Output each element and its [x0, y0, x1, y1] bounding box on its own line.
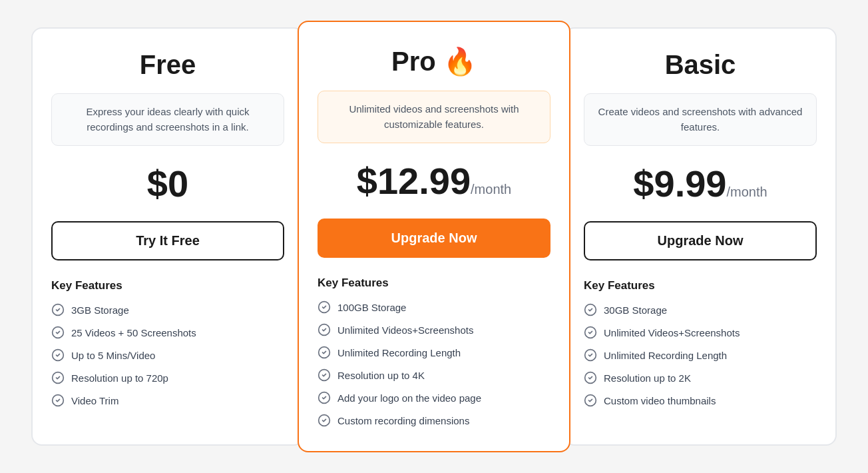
plan-title-pro: Pro 🔥	[318, 46, 550, 77]
feature-text: Video Trim	[71, 395, 118, 406]
check-circle-icon	[584, 348, 597, 362]
feature-item: Custom video thumbnails	[584, 394, 817, 407]
feature-text: Unlimited Recording Length	[337, 347, 461, 358]
check-circle-icon	[584, 326, 597, 339]
feature-item: Resolution up to 720p	[51, 371, 284, 384]
plan-description-basic: Create videos and screenshots with advan…	[584, 93, 817, 146]
check-circle-icon	[318, 300, 331, 314]
plan-title-free: Free	[51, 50, 284, 80]
plan-price-free: $0	[51, 162, 284, 205]
price-amount-basic: $9.99	[633, 163, 726, 205]
check-circle-icon	[318, 323, 331, 336]
feature-item: Unlimited Videos+Screenshots	[584, 326, 817, 339]
check-circle-icon	[51, 303, 65, 316]
plan-price-basic: $9.99/month	[584, 162, 817, 205]
feature-item: Up to 5 Mins/Video	[51, 348, 284, 362]
feature-text: Custom video thumbnails	[604, 395, 716, 406]
cta-button-pro[interactable]: Upgrade Now	[318, 219, 550, 258]
feature-text: 3GB Storage	[71, 304, 129, 316]
feature-text: Add your logo on the video page	[337, 392, 481, 404]
feature-item: Custom recording dimensions	[318, 414, 550, 427]
check-circle-icon	[318, 346, 331, 359]
feature-item: Resolution up to 4K	[318, 368, 550, 382]
check-circle-icon	[318, 368, 331, 382]
key-features-title-basic: Key Features	[584, 279, 817, 292]
plan-title-basic: Basic	[584, 50, 817, 80]
plan-description-pro: Unlimited videos and screenshots with cu…	[318, 91, 550, 143]
feature-item: Add your logo on the video page	[318, 391, 550, 404]
plan-description-free: Express your ideas clearly with quick re…	[51, 93, 284, 146]
feature-text: 100GB Storage	[337, 302, 406, 313]
feature-text: 25 Videos + 50 Screenshots	[71, 327, 196, 338]
check-circle-icon	[51, 371, 65, 384]
feature-item: 25 Videos + 50 Screenshots	[51, 326, 284, 339]
price-period-pro: /month	[471, 182, 511, 197]
feature-text: Resolution up to 2K	[604, 372, 691, 384]
feature-item: Resolution up to 2K	[584, 371, 817, 384]
price-amount-free: $0	[147, 163, 188, 205]
cta-button-free[interactable]: Try It Free	[51, 221, 284, 260]
price-amount-pro: $12.99	[357, 160, 471, 202]
pricing-container: FreeExpress your ideas clearly with quic…	[15, 27, 853, 446]
feature-text: Unlimited Videos+Screenshots	[337, 324, 473, 336]
feature-text: Custom recording dimensions	[337, 415, 469, 426]
feature-text: Unlimited Videos+Screenshots	[604, 327, 740, 338]
cta-button-basic[interactable]: Upgrade Now	[584, 221, 817, 260]
check-circle-icon	[584, 371, 597, 384]
price-period-basic: /month	[726, 185, 767, 199]
feature-item: Unlimited Videos+Screenshots	[318, 323, 550, 336]
feature-list-pro: 100GB StorageUnlimited Videos+Screenshot…	[318, 300, 550, 427]
feature-text: Up to 5 Mins/Video	[71, 350, 155, 361]
plan-card-pro: Pro 🔥Unlimited videos and screenshots wi…	[298, 21, 570, 452]
feature-item: 100GB Storage	[318, 300, 550, 314]
feature-item: Unlimited Recording Length	[584, 348, 817, 362]
feature-item: Video Trim	[51, 394, 284, 407]
feature-item: 3GB Storage	[51, 303, 284, 316]
feature-list-basic: 30GB StorageUnlimited Videos+Screenshots…	[584, 303, 817, 407]
plan-card-free: FreeExpress your ideas clearly with quic…	[31, 27, 304, 446]
check-circle-icon	[51, 394, 65, 407]
check-circle-icon	[51, 348, 65, 362]
feature-item: 30GB Storage	[584, 303, 817, 316]
check-circle-icon	[584, 303, 597, 316]
feature-list-free: 3GB Storage25 Videos + 50 ScreenshotsUp …	[51, 303, 284, 407]
plan-price-pro: $12.99/month	[318, 159, 550, 203]
feature-item: Unlimited Recording Length	[318, 346, 550, 359]
check-circle-icon	[318, 391, 331, 404]
feature-text: Resolution up to 4K	[337, 370, 425, 381]
feature-text: Resolution up to 720p	[71, 372, 168, 384]
check-circle-icon	[318, 414, 331, 427]
key-features-title-free: Key Features	[51, 279, 284, 292]
feature-text: Unlimited Recording Length	[604, 350, 727, 361]
feature-text: 30GB Storage	[604, 304, 667, 316]
key-features-title-pro: Key Features	[318, 276, 550, 290]
check-circle-icon	[51, 326, 65, 339]
plan-card-basic: BasicCreate videos and screenshots with …	[564, 27, 837, 446]
check-circle-icon	[584, 394, 597, 407]
